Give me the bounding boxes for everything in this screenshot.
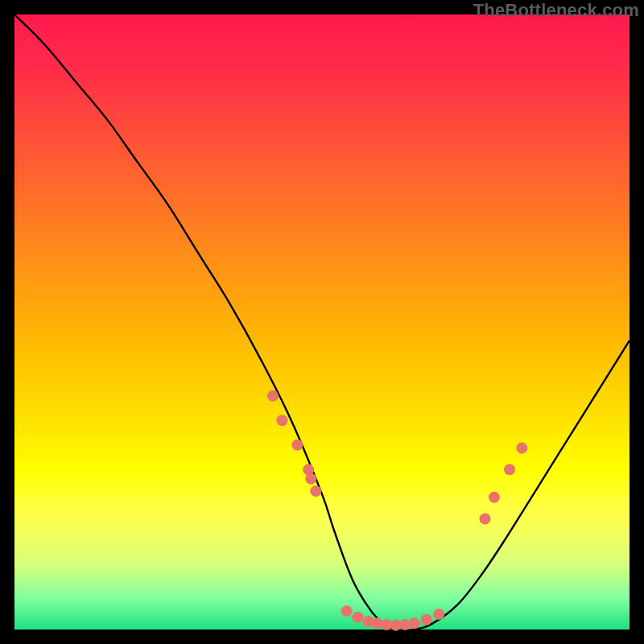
data-marker bbox=[409, 617, 420, 629]
bottleneck-curve bbox=[14, 14, 630, 630]
data-marker bbox=[276, 415, 287, 426]
data-marker bbox=[310, 485, 321, 497]
watermark-text: TheBottleneck.com bbox=[473, 0, 639, 21]
data-marker bbox=[352, 612, 363, 623]
chart-frame: TheBottleneck.com bbox=[0, 0, 644, 644]
plot-area bbox=[14, 14, 630, 630]
data-marker bbox=[267, 390, 279, 402]
data-marker bbox=[341, 605, 353, 617]
data-marker bbox=[291, 440, 303, 451]
data-marker bbox=[489, 492, 500, 503]
chart-svg bbox=[14, 14, 630, 630]
data-marker bbox=[421, 614, 432, 625]
marker-group bbox=[267, 390, 527, 631]
data-marker bbox=[504, 464, 515, 475]
data-marker bbox=[305, 473, 316, 485]
data-marker bbox=[516, 443, 527, 454]
data-marker bbox=[479, 513, 490, 524]
data-marker bbox=[433, 609, 444, 620]
